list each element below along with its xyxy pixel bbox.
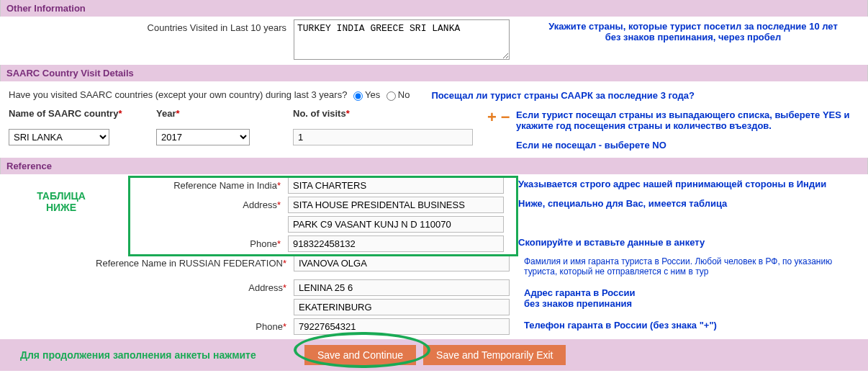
saarc-question: Have you visited SAARC countries (except… [9, 89, 347, 100]
saarc-country-label: Name of SAARC country [9, 108, 118, 119]
footer-hint: Для продолжения заполнения анкеты нажмит… [6, 349, 304, 361]
ref-ru-name-input[interactable] [294, 255, 510, 271]
countries-visited-input[interactable]: TURKEY INDIA GREECE SRI LANKA [294, 19, 510, 60]
countries-hint-1: Укажите страны, которые турист посетил з… [524, 21, 862, 32]
saarc-year-label: Year [156, 108, 176, 119]
ref-india-phone-label: Phone [250, 238, 277, 249]
ref-ru-phone-hint: Телефон гаранта в России (без знака "+") [517, 318, 862, 331]
ref-india-address-1-input[interactable] [288, 197, 504, 213]
saarc-year-select[interactable]: 2017 [156, 129, 250, 145]
countries-hint-2: без знаков препинания, через пробел [524, 32, 862, 42]
saarc-visits-input[interactable] [293, 129, 473, 145]
ref-ru-address-2-input[interactable] [294, 299, 510, 315]
saarc-no-label: No [398, 89, 410, 100]
saarc-visits-label: No. of visits [293, 108, 346, 119]
ref-india-address-2-input[interactable] [288, 216, 504, 233]
saarc-add-icon[interactable]: + [487, 108, 497, 126]
ref-ru-addr-hint-2: без знаков препинания [524, 298, 862, 309]
saarc-yes-label: Yes [365, 89, 380, 100]
saarc-header: SAARC Country Visit Details [0, 65, 868, 81]
ref-india-name-input[interactable] [288, 177, 504, 194]
other-info-header: Other Information [0, 0, 868, 17]
save-exit-button[interactable]: Save and Temporarily Exit [423, 345, 566, 365]
ref-india-hint-2: Ниже, специально для Вас, имеется таблиц… [511, 197, 862, 209]
save-continue-button[interactable]: Save and Continue [304, 345, 416, 365]
saarc-question-hint: Посещал ли турист страны СААРК за послед… [410, 89, 862, 101]
ref-ru-name-label: Reference Name in RUSSIAN FEDERATION [96, 258, 283, 269]
saarc-yes-radio[interactable] [353, 91, 363, 101]
ref-india-phone-input[interactable] [288, 235, 504, 252]
ref-ru-address-label: Address [248, 282, 283, 293]
ref-ru-addr-hint-1: Адрес гаранта в России [524, 287, 862, 298]
saarc-hint-1: Если турист посещал страны из выпадающег… [516, 109, 862, 120]
saarc-hint-2: укажите год посещения страны и количеств… [516, 120, 862, 131]
ref-ru-name-hint: Фамилия и имя гаранта туриста в России. … [517, 255, 862, 277]
reference-header: Reference [0, 158, 868, 174]
ref-india-name-label: Reference Name in India [173, 180, 277, 191]
ref-ru-phone-input[interactable] [294, 318, 510, 335]
ref-india-address-label: Address [243, 199, 277, 210]
saarc-no-radio[interactable] [386, 91, 396, 101]
ref-ru-phone-label: Phone [256, 321, 283, 332]
countries-visited-label: Countries Visited in Last 10 years [6, 19, 294, 33]
ref-india-hint-1: Указывается строго адрес нашей принимающ… [511, 177, 862, 189]
saarc-hint-3: Если не посещал - выберете NO [516, 140, 862, 151]
ref-ru-address-1-input[interactable] [294, 279, 510, 296]
saarc-country-select[interactable]: SRI LANKA [9, 129, 109, 145]
tablica-note: ТАБЛИЦА НИЖЕ [0, 174, 122, 255]
saarc-remove-icon[interactable]: − [501, 108, 510, 126]
ref-india-hint-3: Скопируйте и вставьте данные в анкету [511, 235, 862, 248]
